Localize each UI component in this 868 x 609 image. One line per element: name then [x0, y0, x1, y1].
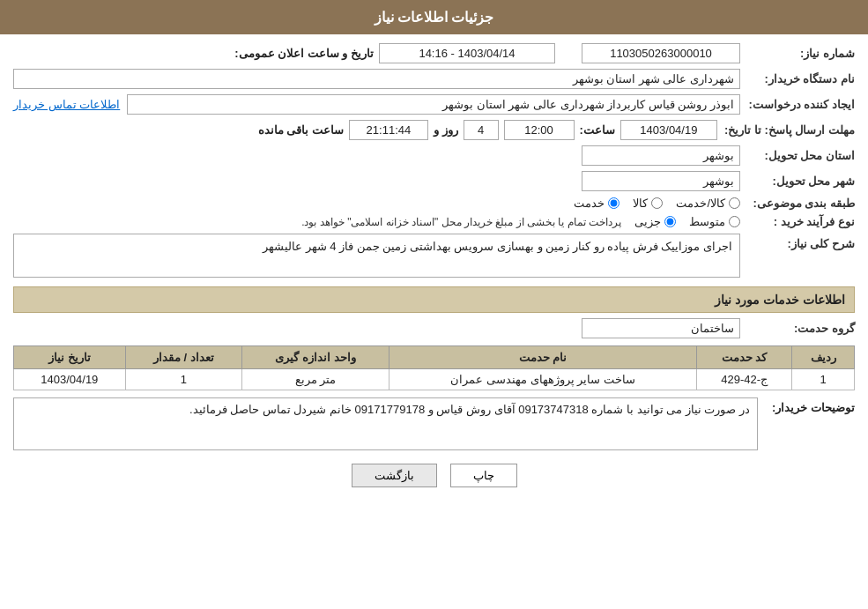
deadline-day-label: روز و [434, 123, 458, 137]
radio-medium[interactable]: متوسط [689, 215, 740, 228]
radio-partial[interactable]: جزیی [634, 215, 676, 228]
radio-partial-input[interactable] [664, 216, 676, 227]
buyer-org-label: نام دستگاه خریدار: [740, 72, 855, 85]
buyer-notes-text: در صورت نیاز می توانید با شماره 09173747… [189, 403, 750, 416]
need-description-text: اجرای موزاییک فرش پیاده رو کنار زمین و ب… [263, 240, 732, 253]
city-label: شهر محل تحویل: [740, 175, 855, 188]
province-label: استان محل تحویل: [740, 149, 855, 162]
announce-datetime-value: 1403/04/14 - 14:16 [379, 43, 555, 63]
page-header: جزئیات اطلاعات نیاز [0, 0, 868, 34]
deadline-label: مهلت ارسال پاسخ: تا تاریخ: [717, 123, 855, 137]
buyer-notes-label: توضیحات خریدار: [758, 397, 855, 414]
radio-medium-input[interactable] [729, 216, 740, 227]
services-section-title: اطلاعات خدمات مورد نیاز [13, 286, 855, 313]
deadline-time: 12:00 [504, 120, 575, 140]
col-unit: واحد اندازه گیری [242, 346, 389, 369]
contact-link[interactable]: اطلاعات تماس خریدار [13, 98, 120, 111]
buyer-notes-box: در صورت نیاز می توانید با شماره 09173747… [13, 397, 758, 450]
purchase-type-row: متوسط جزیی پرداخت تمام یا بخشی از مبلغ خ… [301, 215, 740, 228]
creator-label: ایجاد کننده درخواست: [740, 98, 855, 111]
deadline-date: 1403/04/19 [620, 120, 717, 140]
deadline-days: 4 [464, 120, 499, 140]
radio-service[interactable]: خدمت [574, 197, 619, 210]
radio-goods[interactable]: کالا [633, 197, 663, 210]
deadline-remain-label: ساعت باقی مانده [258, 123, 344, 137]
category-label: طبقه بندی موضوعی: [740, 197, 855, 210]
table-cell: 1 [792, 369, 855, 390]
province-value: بوشهر [582, 145, 740, 166]
announce-datetime-label: تاریخ و ساعت اعلان عمومی: [234, 47, 374, 60]
radio-goods-input[interactable] [651, 197, 663, 209]
deadline-remain: 21:11:44 [349, 120, 428, 140]
need-number-value: 1103050263000010 [582, 43, 740, 63]
buyer-notes: توضیحات خریدار: در صورت نیاز می توانید ب… [13, 397, 855, 450]
need-description-box: اجرای موزاییک فرش پیاده رو کنار زمین و ب… [13, 234, 740, 278]
table-cell: 1 [125, 369, 241, 390]
category-radio-group: کالا/خدمت کالا خدمت [574, 197, 740, 210]
table-cell: متر مربع [242, 369, 389, 390]
back-button[interactable]: بازگشت [352, 464, 437, 487]
purchase-note: پرداخت تمام یا بخشی از مبلغ خریدار محل "… [301, 216, 621, 228]
buyer-org-value: شهرداری عالی شهر استان بوشهر [13, 69, 740, 89]
need-number-label: شماره نیاز: [740, 47, 855, 60]
service-group-value: ساختمان [582, 318, 740, 338]
city-value: بوشهر [582, 171, 740, 191]
service-group-label: گروه حدمت: [740, 322, 855, 335]
radio-goods-service[interactable]: کالا/خدمت [676, 197, 740, 210]
col-count: تعداد / مقدار [125, 346, 241, 369]
creator-value: ابوذر روشن قیاس کاربرداز شهرداری عالی شه… [127, 94, 740, 115]
purchase-type-label: نوع فرآیند خرید : [740, 215, 855, 228]
radio-goods-service-input[interactable] [729, 197, 740, 209]
bottom-buttons: چاپ بازگشت [13, 464, 855, 487]
services-table: ردیف کد حدمت نام حدمت واحد اندازه گیری ت… [13, 345, 855, 390]
table-cell: ج-42-429 [697, 369, 792, 390]
col-name: نام حدمت [389, 346, 697, 369]
table-cell: ساخت سایر پروژههای مهندسی عمران [389, 369, 697, 390]
print-button[interactable]: چاپ [450, 464, 517, 487]
col-code: کد حدمت [697, 346, 792, 369]
need-description-label: شرح کلی نیاز: [740, 234, 855, 250]
col-row: ردیف [792, 346, 855, 369]
radio-service-input[interactable] [608, 197, 619, 209]
col-date: تاریخ نیاز [14, 346, 126, 369]
table-row: 1ج-42-429ساخت سایر پروژههای مهندسی عمران… [14, 369, 855, 390]
page-title: جزئیات اطلاعات نیاز [375, 10, 494, 25]
deadline-time-label: ساعت: [580, 123, 615, 137]
table-cell: 1403/04/19 [14, 369, 126, 390]
